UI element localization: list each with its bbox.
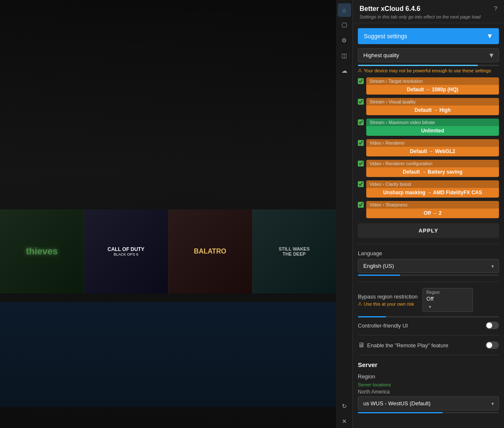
checkbox-clarity-boost[interactable] bbox=[358, 181, 364, 189]
setting-target-resolution: Stream › Target resolution Default → 108… bbox=[358, 77, 499, 95]
sidebar-item-home[interactable]: ⌂ bbox=[338, 3, 351, 17]
panel-header: Better xCloud 6.4.6 Settings in this tab… bbox=[353, 0, 504, 23]
checkbox-renderer[interactable] bbox=[358, 140, 364, 148]
controller-friendly-ui-row: Controller-friendly UI bbox=[358, 322, 499, 329]
region-box: Region Off US EU JP AU ▼ bbox=[423, 288, 473, 312]
server-section: Server Region Server locations North Ame… bbox=[358, 361, 499, 413]
checkbox-renderer-config[interactable] bbox=[358, 161, 364, 168]
region-progress-bar bbox=[358, 316, 499, 317]
checkbox-target-resolution[interactable] bbox=[358, 78, 364, 86]
controller-friendly-ui-label: Controller-friendly UI bbox=[358, 322, 408, 329]
divider-2 bbox=[358, 282, 499, 282]
sidebar-item-stats[interactable]: ◫ bbox=[338, 49, 351, 62]
setting-value-renderer: Default → WebGL2 bbox=[366, 147, 499, 156]
language-select-wrap: English (US) English (UK) French German … bbox=[358, 259, 499, 273]
server-region-sublabel: Server locations bbox=[358, 382, 499, 387]
setting-renderer-config: Video › Renderer configuration Default →… bbox=[358, 160, 499, 177]
checkbox-sharpness[interactable] bbox=[358, 202, 364, 209]
setting-box-visual-quality: Stream › Visual quality Default → High bbox=[366, 98, 499, 115]
game-area: thieves CALL OF DUTY BLACK OPS 6 BALATRO… bbox=[0, 0, 336, 428]
quality-progress-bar bbox=[358, 65, 499, 66]
setting-label-visual-quality: Stream › Visual quality bbox=[366, 98, 499, 106]
server-progress-fill bbox=[358, 412, 443, 413]
remote-play-row: 🖥 Enable the "Remote Play" feature bbox=[358, 341, 499, 349]
region-chevron-icon: ▼ bbox=[428, 305, 432, 309]
panel-title: Better xCloud 6.4.6 bbox=[360, 5, 480, 13]
setting-value-renderer-config: Default → Battery saving bbox=[366, 167, 499, 177]
setting-visual-quality: Stream › Visual quality Default → High bbox=[358, 98, 499, 115]
right-panel: Better xCloud 6.4.6 Settings in this tab… bbox=[353, 0, 504, 428]
toggle-knob-2 bbox=[486, 342, 492, 348]
server-progress-bar bbox=[358, 412, 499, 413]
sidebar-item-close[interactable]: ✕ bbox=[338, 415, 351, 428]
chevron-down-icon: ▼ bbox=[486, 32, 493, 40]
setting-clarity-boost: Video › Clarity boost Unsharp masking → … bbox=[358, 180, 499, 198]
bypass-region-label: Bypass region restriction bbox=[358, 293, 417, 300]
language-label: Language bbox=[358, 250, 499, 256]
setting-max-bitrate: Stream › Maximum video bitrate Unlimited bbox=[358, 119, 499, 136]
server-section-title: Server bbox=[358, 361, 499, 368]
remote-play-label: 🖥 Enable the "Remote Play" feature bbox=[358, 341, 449, 349]
checkbox-visual-quality[interactable] bbox=[358, 99, 364, 106]
checkbox-max-bitrate[interactable] bbox=[358, 119, 364, 127]
language-progress-bar bbox=[358, 275, 499, 276]
quality-preset-select[interactable]: Highest quality High quality Balanced Lo… bbox=[358, 48, 499, 62]
server-region-select[interactable]: us WUS - WestUS (Default) us EUS - EastU… bbox=[358, 396, 499, 410]
setting-value-max-bitrate: Unlimited bbox=[366, 126, 499, 136]
setting-renderer: Video › Renderer Default → WebGL2 bbox=[358, 139, 499, 156]
panel-content: Suggest settings ▼ Highest quality High … bbox=[353, 23, 504, 428]
quality-preset-container: Highest quality High quality Balanced Lo… bbox=[358, 48, 499, 62]
server-region-select-wrap: us WUS - WestUS (Default) us EUS - EastU… bbox=[358, 396, 499, 410]
setting-box-clarity-boost: Video › Clarity boost Unsharp masking → … bbox=[366, 180, 499, 198]
setting-label-clarity-boost: Video › Clarity boost bbox=[366, 180, 499, 188]
panel-subtitle: Settings in this tab only go into effect… bbox=[360, 14, 480, 19]
language-select[interactable]: English (US) English (UK) French German … bbox=[358, 259, 499, 273]
quality-progress-fill bbox=[358, 65, 478, 66]
language-progress-fill bbox=[358, 275, 400, 276]
monitor-icon: 🖥 bbox=[358, 341, 365, 349]
warning-icon: ⚠ bbox=[358, 68, 362, 73]
setting-label-renderer-config: Video › Renderer configuration bbox=[366, 160, 499, 167]
setting-label-max-bitrate: Stream › Maximum video bitrate bbox=[366, 119, 499, 126]
warning-icon-small: ⚠ bbox=[358, 301, 362, 306]
setting-box-max-bitrate: Stream › Maximum video bitrate Unlimited bbox=[366, 119, 499, 136]
suggest-settings-label: Suggest settings bbox=[364, 33, 407, 40]
remote-play-toggle[interactable] bbox=[486, 341, 499, 349]
setting-box-renderer-config: Video › Renderer configuration Default →… bbox=[366, 160, 499, 177]
setting-value-target-resolution: Default → 1080p (HQ) bbox=[366, 85, 499, 95]
warning-text: ⚠ Your device may not be powerful enough… bbox=[358, 68, 499, 73]
server-region-label: Region bbox=[358, 373, 499, 380]
divider-3 bbox=[358, 335, 499, 336]
help-icon[interactable]: ? bbox=[494, 5, 497, 12]
sidebar: ⌂ 🖵 ⚙ ◫ ☁ ↻ ✕ bbox=[336, 0, 353, 428]
sidebar-item-controller[interactable]: ⚙ bbox=[338, 34, 351, 47]
setting-sharpness: Video › Sharpness Off → 2 bbox=[358, 201, 499, 218]
apply-button[interactable]: APPLY bbox=[358, 223, 499, 238]
setting-value-visual-quality: Default → High bbox=[366, 106, 499, 115]
region-label: Region bbox=[426, 290, 469, 295]
divider-1 bbox=[358, 244, 499, 244]
region-select[interactable]: Off US EU JP AU bbox=[426, 296, 469, 302]
suggest-settings-button[interactable]: Suggest settings ▼ bbox=[358, 28, 499, 44]
language-section: Language English (US) English (UK) Frenc… bbox=[358, 250, 499, 276]
setting-box-target-resolution: Stream › Target resolution Default → 108… bbox=[366, 77, 499, 95]
controller-friendly-ui-toggle[interactable] bbox=[486, 322, 499, 329]
setting-box-renderer: Video › Renderer Default → WebGL2 bbox=[366, 139, 499, 156]
setting-label-sharpness: Video › Sharpness bbox=[366, 201, 499, 209]
setting-label-renderer: Video › Renderer bbox=[366, 139, 499, 147]
setting-value-clarity-boost: Unsharp masking → AMD FidelityFX CAS bbox=[366, 188, 499, 198]
sidebar-item-refresh[interactable]: ↻ bbox=[338, 399, 351, 413]
setting-box-sharpness: Video › Sharpness Off → 2 bbox=[366, 201, 499, 218]
sidebar-item-display[interactable]: 🖵 bbox=[338, 18, 351, 32]
region-select-wrap: Off US EU JP AU ▼ bbox=[426, 295, 469, 310]
setting-label-target-resolution: Stream › Target resolution bbox=[366, 77, 499, 85]
server-region-group: North America bbox=[358, 389, 499, 395]
bypass-region-warning: ⚠ Use this at your own risk bbox=[358, 301, 417, 306]
region-progress-fill bbox=[358, 316, 386, 317]
sidebar-item-cloud[interactable]: ☁ bbox=[338, 64, 351, 77]
bypass-region-section: Bypass region restriction ⚠ Use this at … bbox=[358, 288, 499, 312]
divider-4 bbox=[358, 355, 499, 355]
toggle-knob bbox=[486, 322, 492, 328]
setting-value-sharpness: Off → 2 bbox=[366, 209, 499, 218]
